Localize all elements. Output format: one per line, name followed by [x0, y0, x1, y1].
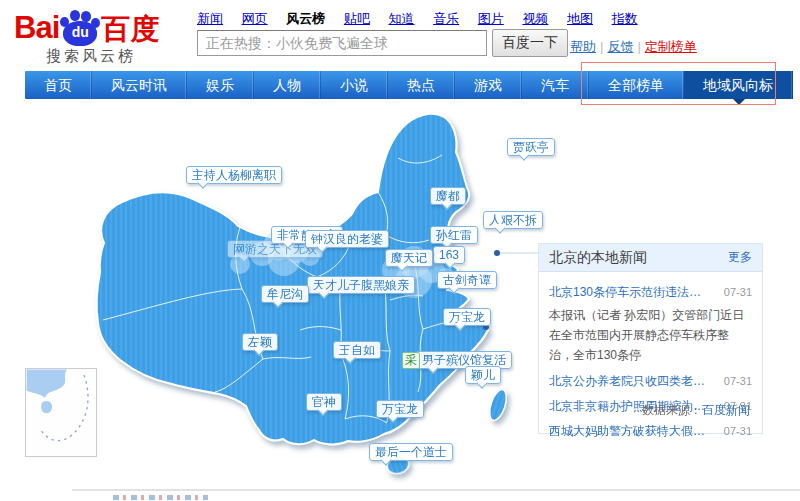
news-panel-title: 北京的本地新闻	[549, 249, 647, 267]
news-item-date: 07-31	[724, 286, 752, 298]
nav-tab-people-trends[interactable]: 人群风向标	[793, 71, 800, 99]
local-news-panel: 北京的本地新闻 更多 北京130条停车示范街违法停车… 07-31 本报讯（记者…	[538, 243, 763, 434]
map-label[interactable]: 贾跃亭	[507, 138, 555, 156]
map-label[interactable]: 天才儿子腹黑娘亲	[307, 276, 415, 294]
map-label[interactable]: 孙红雷	[430, 226, 478, 244]
map-label[interactable]: 钟汉良的老婆	[305, 230, 389, 248]
news-item-title[interactable]: 西城大妈助警方破获特大假烟案…	[549, 423, 711, 440]
beijing-dot	[494, 250, 500, 256]
nav-tab-region-trends[interactable]: 地域风向标	[684, 71, 793, 99]
news-item: 北京130条停车示范街违法停车… 07-31	[549, 284, 752, 301]
nav-tab-games[interactable]: 游戏	[455, 71, 522, 99]
news-source-link[interactable]: 百度新闻	[702, 403, 750, 417]
main-nav-bar: 首页 风云时讯 娱乐 人物 小说 热点 游戏 汽车 全部榜单 地域风向标 人群风…	[25, 71, 775, 99]
news-item-date: 07-31	[724, 425, 752, 437]
news-panel-header: 北京的本地新闻 更多	[539, 244, 762, 272]
nav-tab-all-lists[interactable]: 全部榜单	[589, 71, 684, 99]
nav-tab-trend-news[interactable]: 风云时讯	[92, 71, 187, 99]
taiwan-island	[486, 388, 509, 423]
map-label[interactable]: 王自如	[333, 341, 381, 359]
news-source-label: 数据来源：	[642, 403, 702, 417]
map-label[interactable]: 颖儿	[465, 366, 501, 384]
nav-tab-people[interactable]: 人物	[254, 71, 321, 99]
nav-tab-cars[interactable]: 汽车	[522, 71, 589, 99]
map-label-badge[interactable]: 采	[402, 352, 420, 369]
map-label[interactable]: 古剑奇谭	[437, 271, 497, 289]
news-more-link[interactable]: 更多	[728, 249, 752, 266]
news-item-title[interactable]: 北京130条停车示范街违法停车…	[549, 284, 711, 301]
news-item-summary: 本报讯（记者 孙宏阳）交管部门近日在全市范围内开展静态停车秩序整治，全市130条…	[549, 305, 752, 365]
map-label[interactable]: 163	[433, 246, 465, 264]
map-label[interactable]: 左颖	[242, 333, 278, 351]
news-source: 数据来源：百度新闻	[642, 402, 750, 419]
map-label[interactable]: 魔都	[430, 187, 466, 205]
south-china-sea-inset	[25, 368, 97, 457]
inset-map-svg	[26, 369, 94, 454]
news-item-date: 07-31	[724, 375, 752, 387]
news-item: 西城大妈助警方破获特大假烟案… 07-31	[549, 423, 752, 440]
nav-tab-entertainment[interactable]: 娱乐	[187, 71, 254, 99]
inset-island	[41, 401, 53, 414]
news-item-title[interactable]: 北京公办养老院只收四类老人 …	[549, 373, 711, 390]
news-item: 北京公办养老院只收四类老人 … 07-31	[549, 373, 752, 390]
nav-tab-home[interactable]: 首页	[25, 71, 92, 99]
nav-tab-novels[interactable]: 小说	[321, 71, 388, 99]
map-label[interactable]: 万宝龙	[443, 308, 491, 326]
map-label[interactable]: 主持人杨柳离职	[186, 166, 282, 184]
map-label[interactable]: 最后一个道士	[369, 443, 453, 461]
map-label[interactable]: 魔天记	[385, 249, 433, 267]
map-label[interactable]: 官神	[306, 393, 342, 411]
map-label[interactable]: 牟尼沟	[261, 285, 309, 303]
nav-tab-hot[interactable]: 热点	[388, 71, 455, 99]
map-label[interactable]: 人艰不拆	[483, 211, 543, 229]
cutoff-text-fragment	[113, 495, 208, 500]
map-label[interactable]: 万宝龙	[376, 400, 424, 418]
inset-coastline	[26, 369, 68, 399]
